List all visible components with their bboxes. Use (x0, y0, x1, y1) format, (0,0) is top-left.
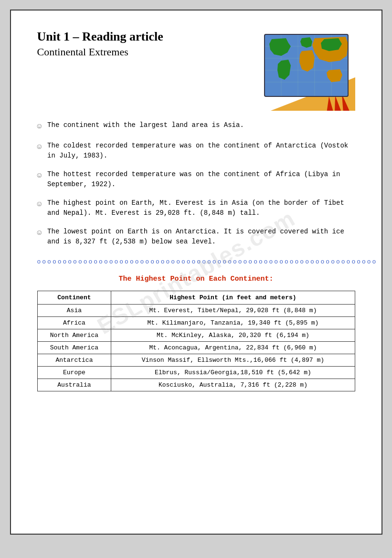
bullet-icon-3: ☺ (37, 170, 42, 181)
cell-continent: Australia (37, 379, 111, 391)
bullet-icon-4: ☺ (37, 199, 42, 210)
bullet-item-4: ☺ The highest point on Earth, Mt. Everes… (37, 198, 355, 218)
cell-highest-point: Mt. Kilimanjaro, Tanzania, 19,340 ft (5,… (111, 317, 355, 329)
cell-highest-point: Mt. Everest, Tibet/Nepal, 29,028 ft (8,8… (111, 305, 355, 317)
bullet-icon-1: ☺ (37, 121, 42, 132)
bullet-item-3: ☺ The hottest recorded temperature was o… (37, 169, 355, 190)
table-row: AfricaMt. Kilimanjaro, Tanzania, 19,340 … (37, 317, 355, 329)
page-subtitle: Continental Extremes (37, 46, 241, 58)
cell-continent: Africa (37, 317, 111, 329)
col-header-continent: Continent (37, 291, 111, 305)
cell-continent: Europe (37, 367, 111, 379)
table-row: AustraliaKosciusko, Australia, 7,316 ft … (37, 379, 355, 391)
cell-highest-point: Mt. McKinley, Alaska, 20,320 ft (6,194 m… (111, 329, 355, 342)
bullet-text-1: The continent with the largest land area… (47, 120, 355, 130)
world-map-svg (250, 30, 355, 111)
page-title: Unit 1 – Reading article (37, 30, 241, 44)
cell-continent: Antarctica (37, 354, 111, 367)
bullet-item-2: ☺ The coldest recorded temperature was o… (37, 141, 355, 161)
table-row: AntarcticaVinson Massif, Ellsworth Mts.,… (37, 354, 355, 367)
divider-dots: oooooooooooooooooooooooooooooooooooooooo… (37, 258, 355, 265)
bullet-icon-2: ☺ (37, 141, 42, 153)
cell-highest-point: Vinson Massif, Ellsworth Mts.,16,066 ft … (111, 354, 355, 367)
table-row: EuropeElbrus, Russia/Georgia,18,510 ft (… (37, 367, 355, 379)
bullet-icon-5: ☺ (37, 227, 42, 239)
bullet-text-5: The lowest point on Earth is on Antarcti… (47, 227, 355, 247)
table-row: AsiaMt. Everest, Tibet/Nepal, 29,028 ft … (37, 305, 355, 317)
cell-continent: South America (37, 342, 111, 354)
table-header-row: Continent Highest Point (in feet and met… (37, 291, 355, 305)
cell-highest-point: Elbrus, Russia/Georgia,18,510 ft (5,642 … (111, 367, 355, 379)
header-section: Unit 1 – Reading article Continental Ext… (37, 30, 355, 111)
bullet-text-2: The coldest recorded temperature was on … (47, 141, 355, 161)
title-block: Unit 1 – Reading article Continental Ext… (37, 30, 241, 58)
table-row: North AmericaMt. McKinley, Alaska, 20,32… (37, 329, 355, 342)
cell-continent: North America (37, 329, 111, 342)
cell-continent: Asia (37, 305, 111, 317)
cell-highest-point: Kosciusko, Australia, 7,316 ft (2,228 m) (111, 379, 355, 391)
page: ESLprintables.com Unit 1 – Reading artic… (10, 10, 382, 535)
bullet-item-1: ☺ The continent with the largest land ar… (37, 120, 355, 132)
cell-highest-point: Mt. Aconcagua, Argentina, 22,834 ft (6,9… (111, 342, 355, 354)
bullet-text-4: The highest point on Earth, Mt. Everest … (47, 198, 355, 218)
bullet-list: ☺ The continent with the largest land ar… (37, 120, 355, 247)
table-row: South AmericaMt. Aconcagua, Argentina, 2… (37, 342, 355, 354)
map-image (250, 30, 355, 111)
bullet-text-3: The hottest recorded temperature was on … (47, 169, 355, 190)
col-header-highest-point: Highest Point (in feet and meters) (111, 291, 355, 305)
section-title: The Highest Point on Each Continent: (37, 275, 355, 283)
data-table: Continent Highest Point (in feet and met… (37, 291, 355, 391)
bullet-item-5: ☺ The lowest point on Earth is on Antarc… (37, 227, 355, 247)
